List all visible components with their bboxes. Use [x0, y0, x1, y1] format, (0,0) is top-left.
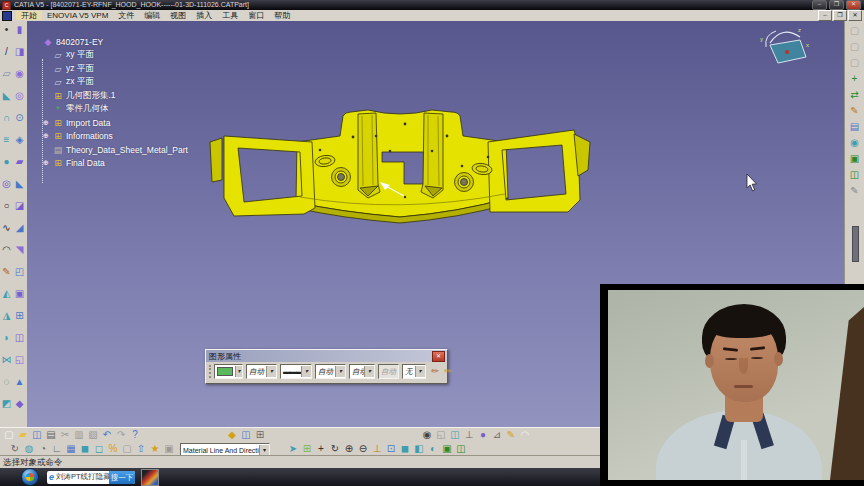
menu-item[interactable]: 工具	[217, 11, 243, 20]
menu-item[interactable]: ENOVIA V5 VPM	[42, 11, 113, 20]
mdi-restore-button[interactable]: ❐	[833, 10, 847, 21]
tree-item[interactable]: ⊞ 几何图形集.1	[32, 89, 188, 103]
menu-item[interactable]: 编辑	[139, 11, 165, 20]
pan-icon[interactable]: +	[314, 442, 328, 455]
tree-item[interactable]: ▤ Theory_Data_Sheet_Metal_Part	[32, 143, 188, 157]
shaded-cube-icon[interactable]: ◼	[78, 442, 92, 455]
view-compass[interactable]: z y x	[756, 23, 812, 69]
shell-icon[interactable]: ◰	[14, 266, 26, 288]
render-style-combo[interactable]: 无 ▾	[402, 364, 426, 379]
dock-slot-2-icon[interactable]: ▢	[849, 41, 861, 57]
copy-icon[interactable]: ▥	[72, 428, 86, 441]
percent-icon[interactable]: %	[106, 442, 120, 455]
search-button[interactable]: 搜一下	[109, 471, 135, 484]
cylinder-surface-icon[interactable]: ◎	[1, 178, 13, 200]
screen-capture-icon[interactable]: ▣	[849, 153, 861, 169]
menu-item[interactable]: 开始	[16, 11, 42, 20]
edges-cube-icon[interactable]: ◻	[92, 442, 106, 455]
fly-mode-icon[interactable]: ◍	[22, 442, 36, 455]
tree-item[interactable]: ⊕ ⊞ Import Data	[32, 116, 188, 130]
chevron-down-icon[interactable]: ▾	[415, 366, 425, 377]
tree-item[interactable]: * 零件几何体	[32, 103, 188, 117]
chevron-down-icon[interactable]: ▾	[335, 366, 345, 377]
start-button[interactable]	[21, 468, 39, 486]
save-icon[interactable]: ◫	[30, 428, 44, 441]
maximize-button[interactable]: ❐	[829, 0, 844, 10]
render-camera-icon[interactable]: ◉	[420, 428, 434, 441]
spline-icon[interactable]: ∿	[1, 222, 13, 244]
join-icon[interactable]: ⋈	[1, 354, 13, 376]
measure-between-icon[interactable]: ⇄	[849, 89, 861, 105]
dialog-close-icon[interactable]: ✕	[432, 351, 445, 362]
graph-icon[interactable]: ⊿	[490, 428, 504, 441]
close-surface-icon[interactable]: ◆	[14, 398, 26, 420]
sphere-surface-icon[interactable]: ●	[1, 156, 13, 178]
material-sphere-icon[interactable]: ●	[476, 428, 490, 441]
menu-item[interactable]: 帮助	[269, 11, 295, 20]
expand-icon[interactable]: ⊕	[42, 119, 50, 127]
photo-app-icon[interactable]	[141, 469, 159, 486]
dock-slot-3-icon[interactable]: ▢	[849, 57, 861, 73]
zoom-out-icon[interactable]: ⊖	[356, 442, 370, 455]
minimize-button[interactable]: –	[812, 0, 827, 10]
monitor-icon[interactable]: ◫	[849, 169, 861, 185]
window-new-icon[interactable]: ◫	[239, 428, 253, 441]
whats-this-icon[interactable]: ?	[128, 428, 142, 441]
menu-item[interactable]: 文件	[113, 11, 139, 20]
arrow-up-icon[interactable]: ⇧	[134, 442, 148, 455]
hole-icon[interactable]: ⊙	[14, 112, 26, 134]
taskbar-search-box[interactable]: e 刘涛PT线打隐藏 搜一下	[47, 471, 135, 484]
menu-item[interactable]: 窗口	[243, 11, 269, 20]
pad-icon[interactable]: ▮	[14, 24, 26, 46]
expand-icon[interactable]: ⊕	[42, 132, 50, 140]
star-icon[interactable]: ★	[148, 442, 162, 455]
thickness-icon[interactable]: ▣	[14, 288, 26, 310]
tree-item[interactable]: ⊕ ⊞ Informations	[32, 130, 188, 144]
split-icon[interactable]: ◭	[1, 288, 13, 310]
line-type-combo[interactable]: ▬▬▬ ▾	[280, 364, 312, 379]
wizard-painter-icon[interactable]: ✏	[442, 365, 455, 378]
annotation-icon[interactable]: ✎	[849, 105, 861, 121]
fill-mode-combo[interactable]: 自动 ▾	[246, 364, 277, 379]
link-doc-icon[interactable]: ◱	[434, 428, 448, 441]
stiffener-icon[interactable]: ◣	[14, 178, 26, 200]
pattern-icon[interactable]: ⊞	[14, 310, 26, 332]
redo-icon[interactable]: ↷	[114, 428, 128, 441]
pocket-icon[interactable]: ◨	[14, 46, 26, 68]
menu-item[interactable]: 插入	[191, 11, 217, 20]
projection-icon[interactable]: ◣	[1, 90, 13, 112]
shading-icon[interactable]: ◼	[398, 442, 412, 455]
document-menu-icon[interactable]	[2, 11, 12, 21]
normal-view-icon[interactable]: ⊥	[370, 442, 384, 455]
rotate-icon[interactable]: ↻	[328, 442, 342, 455]
green-screen-icon[interactable]: ▣	[440, 442, 454, 455]
knowledge-icon[interactable]: ◆	[225, 428, 239, 441]
fillet-surface-icon[interactable]: ◗	[1, 332, 13, 354]
chevron-down-icon[interactable]: ▾	[364, 366, 374, 377]
new-file-icon[interactable]: ▢	[2, 428, 16, 441]
close-button[interactable]: ✕	[846, 0, 861, 10]
tile-window-icon[interactable]: ⊞	[253, 428, 267, 441]
chamfer-icon[interactable]: ◢	[14, 222, 26, 244]
refresh-icon[interactable]: ↻	[8, 442, 22, 455]
fly-icon[interactable]: ➤	[286, 442, 300, 455]
arc-icon[interactable]: ◠	[1, 244, 13, 266]
arc-white-icon[interactable]: ◠	[518, 428, 532, 441]
fit-all-in-icon[interactable]: ⊞	[300, 442, 314, 455]
extract-icon[interactable]: ◩	[1, 398, 13, 420]
apply-material-icon[interactable]: ◉	[849, 137, 861, 153]
chevron-down-icon[interactable]: ▾	[235, 366, 242, 377]
catia-app-icon[interactable]: C	[2, 1, 11, 10]
search-input[interactable]: 刘涛PT线打隐藏	[56, 472, 109, 482]
line-icon[interactable]: /	[1, 46, 13, 68]
mirror-icon[interactable]: ◫	[14, 332, 26, 354]
tree-item[interactable]: ◆ 8402071-EY	[32, 35, 188, 49]
paste-icon[interactable]: ▧	[86, 428, 100, 441]
dialog-title-bar[interactable]: 图形属性 ✕	[206, 350, 447, 362]
circle-icon[interactable]: ○	[1, 200, 13, 222]
green-screen-2-icon[interactable]: ◫	[454, 442, 468, 455]
sheet-metal-part-model[interactable]	[200, 100, 600, 240]
paint-icon[interactable]: ✎	[849, 185, 861, 201]
shading-edges-icon[interactable]: ◧	[412, 442, 426, 455]
intersection-icon[interactable]: ∩	[1, 112, 13, 134]
